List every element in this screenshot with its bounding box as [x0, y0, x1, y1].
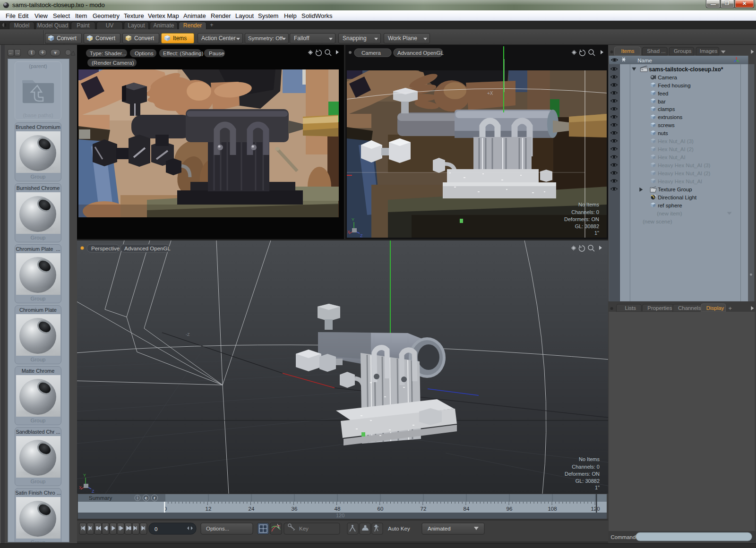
svg-text:Z: Z — [92, 489, 94, 494]
svg-text:Camera: Camera — [658, 75, 677, 80]
svg-text:+: + — [729, 305, 732, 312]
svg-text:84: 84 — [464, 506, 470, 512]
svg-text:nuts: nuts — [658, 130, 668, 136]
svg-text:0: 0 — [155, 526, 157, 532]
svg-text:Channels: 0: Channels: 0 — [572, 464, 600, 470]
svg-text:Z: Z — [360, 233, 363, 238]
svg-text:48: 48 — [335, 506, 341, 512]
svg-text:Heavy Hex Nut_AI: Heavy Hex Nut_AI — [658, 179, 702, 184]
svg-text:Auto Key: Auto Key — [388, 526, 410, 531]
svg-text:Key: Key — [299, 526, 309, 531]
svg-text:120: 120 — [591, 506, 600, 512]
svg-text:clamps: clamps — [658, 106, 675, 112]
svg-text:120: 120 — [336, 513, 344, 518]
svg-text:Advanced OpenGL: Advanced OpenGL — [124, 246, 171, 251]
svg-text:GL: 30882: GL: 30882 — [575, 223, 599, 229]
svg-text:(new scene): (new scene) — [643, 219, 672, 224]
svg-text:Command: Command — [611, 534, 636, 540]
svg-text:Deformers: ON: Deformers: ON — [565, 471, 600, 477]
svg-text:96: 96 — [507, 506, 513, 512]
svg-text:Hex Nut_AI (3): Hex Nut_AI (3) — [658, 138, 694, 144]
svg-text:24: 24 — [249, 506, 255, 512]
svg-text:No Items: No Items — [579, 456, 600, 462]
svg-text:Images: Images — [700, 48, 718, 54]
svg-text:Display: Display — [706, 305, 724, 311]
svg-text:screws: screws — [658, 122, 675, 128]
svg-text:Options...: Options... — [206, 526, 229, 531]
svg-text:Perspective: Perspective — [91, 246, 120, 251]
svg-text:(Render Camera): (Render Camera) — [92, 60, 134, 66]
svg-text:Lists: Lists — [625, 305, 636, 311]
svg-text:i: i — [137, 496, 138, 500]
svg-text:c: c — [145, 496, 147, 500]
svg-text:-Z: -Z — [186, 332, 190, 337]
svg-text:1": 1" — [594, 230, 599, 236]
svg-text:ref sphere: ref sphere — [658, 203, 682, 208]
svg-text:36: 36 — [292, 506, 298, 512]
svg-text:+X: +X — [487, 91, 493, 96]
svg-text:Groups: Groups — [674, 48, 692, 54]
svg-text:108: 108 — [548, 506, 557, 512]
svg-text:Summary: Summary — [89, 495, 112, 501]
svg-text:Animated: Animated — [428, 526, 451, 531]
svg-text:Directional Light: Directional Light — [658, 195, 697, 200]
svg-text:72: 72 — [421, 506, 427, 512]
svg-text:Heavy Hex Nut_AI (3): Heavy Hex Nut_AI (3) — [658, 163, 710, 168]
svg-text:Feed housing: Feed housing — [658, 83, 690, 88]
svg-text:1": 1" — [595, 485, 600, 490]
svg-text:(new item): (new item) — [657, 211, 682, 216]
svg-text:Pause: Pause — [209, 51, 224, 56]
svg-text:Shad ...: Shad ... — [647, 48, 665, 54]
svg-text:Deformers: ON: Deformers: ON — [564, 216, 599, 222]
svg-text:sams-tailstock-closeup.lxo*: sams-tailstock-closeup.lxo* — [649, 66, 723, 73]
svg-text:Advanced OpenGL: Advanced OpenGL — [397, 50, 444, 56]
svg-text:No Items: No Items — [578, 202, 600, 207]
svg-text:Heavy Hex Nut_AI (2): Heavy Hex Nut_AI (2) — [658, 171, 710, 176]
svg-text:Items: Items — [621, 48, 634, 54]
svg-text:bar: bar — [658, 99, 666, 104]
svg-text:Hex Nut_AI (2): Hex Nut_AI (2) — [658, 146, 694, 152]
svg-text:Y: Y — [83, 473, 86, 478]
svg-text:Properties: Properties — [647, 305, 672, 311]
svg-text:Camera: Camera — [361, 50, 381, 56]
svg-text:Type: Shader...: Type: Shader... — [90, 51, 126, 56]
svg-text:Channels: Channels — [678, 305, 701, 311]
svg-text:r: r — [154, 496, 155, 500]
svg-text:Channels: 0: Channels: 0 — [571, 209, 599, 215]
svg-text:Hex Nut_AI: Hex Nut_AI — [658, 154, 685, 160]
svg-text:extrusions: extrusions — [658, 114, 682, 120]
svg-text:12: 12 — [206, 506, 212, 512]
svg-text:60: 60 — [378, 506, 384, 512]
svg-text:X: X — [347, 230, 350, 234]
svg-text:X: X — [79, 485, 82, 490]
svg-text:Effect: (Shading): Effect: (Shading) — [163, 51, 204, 56]
svg-text:Texture Group: Texture Group — [658, 187, 692, 192]
svg-text:feed: feed — [658, 91, 668, 96]
svg-text:Y: Y — [352, 217, 354, 222]
svg-text:GL: 30882: GL: 30882 — [576, 478, 600, 484]
svg-text:Name: Name — [637, 58, 652, 63]
svg-text:Options: Options — [135, 51, 154, 56]
